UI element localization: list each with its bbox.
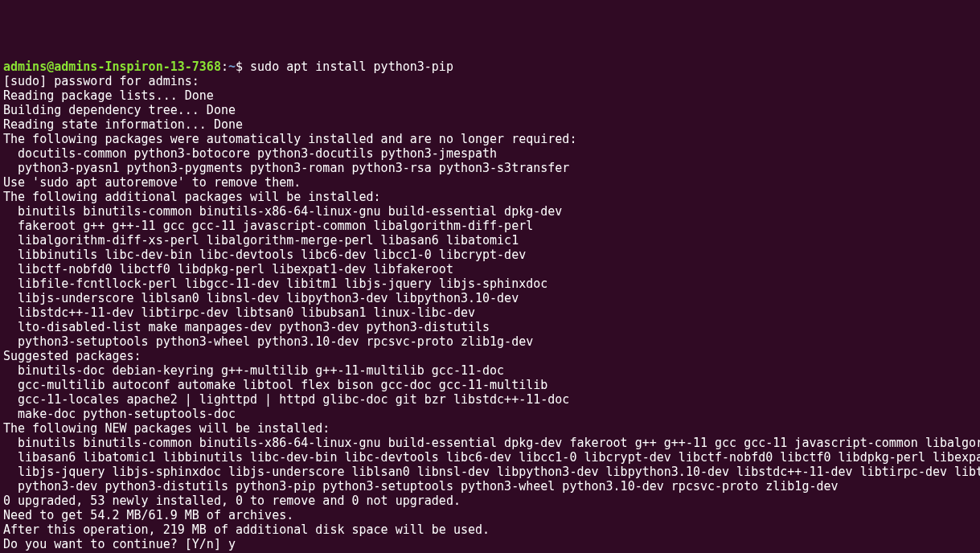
terminal-window[interactable]: admins@admins-Inspiron-13-7368:~$ sudo a… [3,59,977,553]
output-line: The following additional packages will b… [3,190,977,204]
output-line: After this operation, 219 MB of addition… [3,522,977,537]
output-line: Use 'sudo apt autoremove' to remove them… [3,175,977,190]
output-line: fakeroot g++ g++-11 gcc gcc-11 javascrip… [3,219,977,233]
output-line: Do you want to continue? [Y/n] y [3,537,977,551]
output-line: Reading state information... Done [3,117,977,132]
output-line: Need to get 54.2 MB/61.9 MB of archives. [3,508,977,522]
output-line: gcc-11-locales apache2 | lighttpd | http… [3,392,977,407]
output-line: [sudo] password for admins: [3,74,977,88]
output-line: libjs-jquery libjs-sphinxdoc libjs-under… [3,465,977,479]
output-line: gcc-multilib autoconf automake libtool f… [3,378,977,392]
output-line: libstdc++-11-dev libtirpc-dev libtsan0 l… [3,305,977,320]
output-line: Reading package lists... Done [3,88,977,103]
output-line: binutils-doc debian-keyring g++-multilib… [3,363,977,378]
prompt-line: admins@admins-Inspiron-13-7368:~$ sudo a… [3,59,977,74]
command-text: sudo apt install python3-pip [250,59,453,74]
output-line: docutils-common python3-botocore python3… [3,146,977,161]
output-line: libalgorithm-diff-xs-perl libalgorithm-m… [3,233,977,248]
output-line: The following NEW packages will be insta… [3,421,977,436]
output-line: 0 upgraded, 53 newly installed, 0 to rem… [3,494,977,508]
output-line: libfile-fcntllock-perl libgcc-11-dev lib… [3,276,977,291]
output-line: binutils binutils-common binutils-x86-64… [3,436,977,450]
output-line: python3-setuptools python3-wheel python3… [3,334,977,349]
prompt-user-host: admins@admins-Inspiron-13-7368 [3,59,221,74]
output-line: libjs-underscore liblsan0 libnsl-dev lib… [3,291,977,305]
output-line: libbinutils libc-dev-bin libc-devtools l… [3,248,977,262]
output-line: python3-dev python3-distutils python3-pi… [3,479,977,494]
prompt-dollar: $ [236,59,250,74]
prompt-path: ~ [228,59,236,74]
output-line: binutils binutils-common binutils-x86-64… [3,204,977,219]
output-line: libctf-nobfd0 libctf0 libdpkg-perl libex… [3,262,977,276]
output-line: libasan6 libatomic1 libbinutils libc-dev… [3,450,977,465]
prompt-separator: : [221,59,228,74]
output-line: make-doc python-setuptools-doc [3,407,977,421]
output-line: Building dependency tree... Done [3,103,977,117]
output-line: Suggested packages: [3,349,977,363]
output-line: The following packages were automaticall… [3,132,977,146]
output-line: python3-pyasn1 python3-pygments python3-… [3,161,977,175]
output-line: lto-disabled-list make manpages-dev pyth… [3,320,977,334]
